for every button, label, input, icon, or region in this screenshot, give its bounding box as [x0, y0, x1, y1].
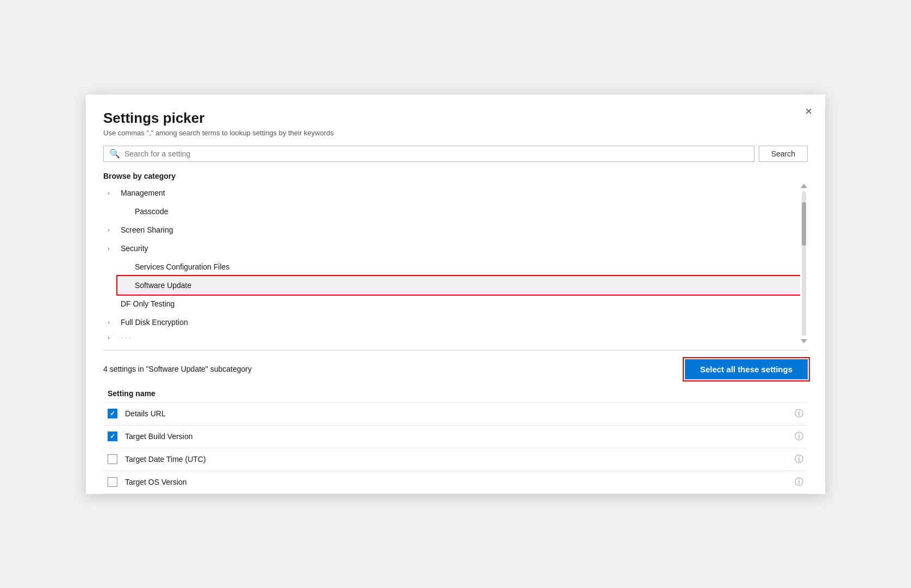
category-label: Security	[121, 244, 148, 253]
setting-row-target-date-time: Target Date Time (UTC) ⓘ	[103, 448, 808, 471]
search-row: 🔍 Search	[103, 146, 808, 162]
category-label: Passcode	[135, 207, 168, 216]
setting-name-target-build-version: Target Build Version	[125, 432, 795, 441]
search-input[interactable]	[124, 149, 748, 158]
category-item-passcode[interactable]: Passcode	[117, 202, 800, 221]
scroll-down-icon[interactable]	[801, 339, 807, 343]
category-item-full-disk-encryption[interactable]: › Full Disk Encryption	[103, 313, 800, 331]
settings-table-header: Setting name	[103, 387, 808, 402]
category-item-software-update[interactable]: Software Update	[117, 276, 800, 295]
search-icon: 🔍	[109, 148, 120, 159]
search-button[interactable]: Search	[759, 146, 808, 162]
category-label: Services Configuration Files	[135, 262, 229, 271]
scrollbar	[800, 184, 808, 343]
category-item-more[interactable]: › · · ·	[103, 331, 800, 343]
search-input-wrap: 🔍	[103, 146, 754, 162]
chevron-right-icon: ›	[108, 245, 115, 252]
chevron-right-icon: ›	[108, 334, 115, 341]
setting-row-details-url: ✓ Details URL ⓘ	[103, 402, 808, 425]
category-label: Full Disk Encryption	[121, 318, 188, 327]
category-item-management[interactable]: › Management	[103, 184, 800, 202]
category-item-df-only-testing[interactable]: DF Only Testing	[103, 295, 800, 313]
category-label: Software Update	[135, 281, 191, 290]
bottom-section: 4 settings in "Software Update" subcateg…	[103, 351, 808, 494]
checkbox-target-date-time[interactable]	[108, 454, 117, 464]
category-item-security[interactable]: › Security	[103, 239, 800, 258]
info-icon-target-build-version[interactable]: ⓘ	[795, 431, 803, 442]
select-all-button[interactable]: Select all these settings	[685, 359, 808, 379]
setting-row-target-os-version: Target OS Version ⓘ	[103, 471, 808, 494]
chevron-right-icon: ›	[108, 319, 115, 326]
setting-name-target-date-time: Target Date Time (UTC)	[125, 455, 795, 464]
setting-row-target-build-version: ✓ Target Build Version ⓘ	[103, 425, 808, 448]
info-icon-target-date-time[interactable]: ⓘ	[795, 454, 803, 465]
category-label: Screen Sharing	[121, 226, 173, 234]
dialog-subtitle: Use commas "," among search terms to loo…	[103, 129, 808, 137]
info-icon-details-url[interactable]: ⓘ	[795, 408, 803, 420]
scroll-up-icon[interactable]	[801, 184, 807, 188]
scroll-thumb[interactable]	[802, 202, 806, 246]
browse-label: Browse by category	[103, 172, 808, 180]
bottom-row: 4 settings in "Software Update" subcateg…	[103, 359, 808, 379]
settings-picker-dialog: × Settings picker Use commas "," among s…	[86, 95, 825, 494]
category-list-wrap: › Management Passcode › Screen Sharing ›…	[103, 184, 808, 343]
setting-name-target-os-version: Target OS Version	[125, 478, 795, 486]
category-label: · · ·	[121, 333, 131, 342]
close-button[interactable]: ×	[805, 105, 812, 117]
category-item-screen-sharing[interactable]: › Screen Sharing	[103, 221, 800, 239]
settings-count: 4 settings in "Software Update" subcateg…	[103, 365, 252, 373]
dialog-title: Settings picker	[103, 110, 808, 127]
checkmark-icon: ✓	[110, 433, 115, 440]
checkbox-details-url[interactable]: ✓	[108, 409, 117, 418]
checkbox-target-os-version[interactable]	[108, 477, 117, 487]
setting-name-details-url: Details URL	[125, 409, 795, 418]
checkmark-icon: ✓	[110, 410, 115, 417]
chevron-right-icon: ›	[108, 227, 115, 233]
scroll-track	[802, 191, 806, 336]
chevron-right-icon: ›	[108, 190, 115, 196]
category-item-services-config[interactable]: Services Configuration Files	[117, 258, 800, 276]
category-list: › Management Passcode › Screen Sharing ›…	[103, 184, 800, 343]
category-label: DF Only Testing	[121, 299, 174, 308]
category-label: Management	[121, 189, 165, 197]
info-icon-target-os-version[interactable]: ⓘ	[795, 477, 803, 488]
checkbox-target-build-version[interactable]: ✓	[108, 431, 117, 441]
